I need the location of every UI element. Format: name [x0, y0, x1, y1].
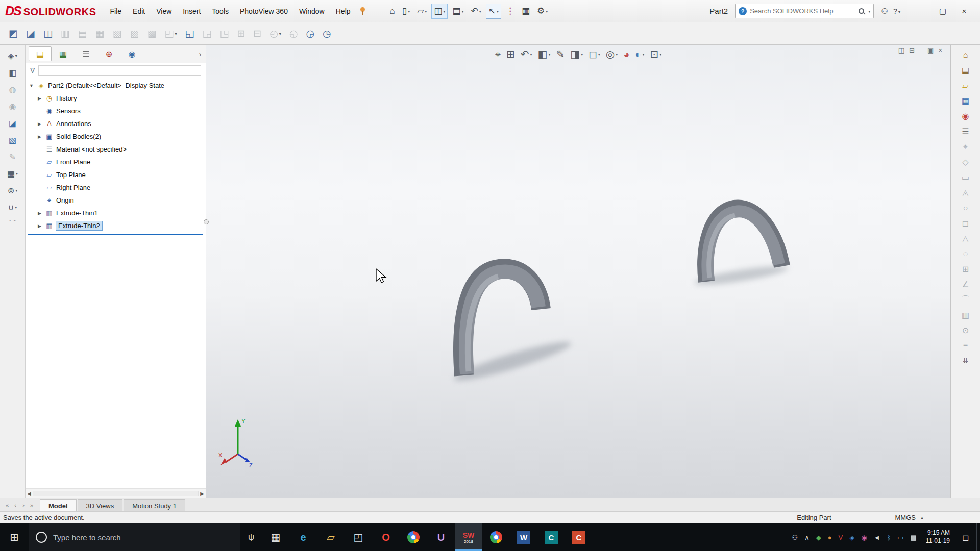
open-button[interactable]: ▱ [414, 4, 429, 19]
search-dropdown-caret-icon[interactable] [867, 7, 870, 16]
expand-arrow-icon[interactable]: ▶ [37, 96, 42, 101]
tray-blue-icon[interactable]: ◈ [849, 534, 854, 541]
dropdown-caret-icon[interactable] [15, 169, 18, 178]
filter-frames-icon[interactable]: ◻ [957, 216, 974, 230]
app-icon-word[interactable]: W [510, 523, 537, 551]
app-icon-opera[interactable]: O [372, 523, 400, 551]
left-tool-spring-icon[interactable]: ∪ [4, 201, 21, 214]
expand-arrow-icon[interactable]: ▶ [37, 211, 42, 216]
panel-splitter-handle[interactable] [204, 219, 209, 224]
task-pane-list-button[interactable]: ▦ [519, 4, 532, 19]
filter-axes-icon[interactable]: ◌ [957, 247, 974, 261]
scroll-right-icon[interactable]: ▶ [200, 491, 204, 496]
tree-item-right-plane[interactable]: ▱ Right Plane [26, 181, 206, 194]
new-document-button[interactable]: ▯ [400, 4, 412, 19]
select-tool-button[interactable]: ↖ [486, 4, 501, 19]
dropdown-caret-icon[interactable] [496, 7, 499, 16]
menu-item[interactable]: Tools [206, 4, 234, 19]
app-icon-code-teal[interactable]: C [537, 523, 565, 551]
tree-item-front-plane[interactable]: ▱ Front Plane [26, 156, 206, 168]
tray-shield-icon[interactable]: ◆ [816, 534, 821, 541]
menu-item[interactable]: Help [330, 4, 356, 19]
smart-dimension-button[interactable]: ◪ [23, 26, 38, 42]
dropdown-caret-icon[interactable] [14, 203, 17, 212]
home-button[interactable]: ⌂ [387, 4, 398, 19]
extruded-boss-button[interactable]: ▥ [58, 26, 72, 42]
stoplight-icon[interactable]: ⋮ [503, 4, 517, 19]
3d-views-tab[interactable]: 3D Views [78, 499, 123, 511]
start-button[interactable]: ⊞ [0, 523, 29, 551]
rib-button[interactable]: ◳ [217, 26, 231, 42]
extruded-cut-button[interactable]: ▨ [128, 26, 142, 42]
fillet-button[interactable]: ◱ [183, 26, 197, 42]
menu-item[interactable]: Edit [127, 4, 151, 19]
lofted-boss-button[interactable]: ▧ [110, 26, 125, 42]
tree-item-top-plane[interactable]: ▱ Top Plane [26, 168, 206, 181]
left-tool-appearance-icon[interactable]: ◍ [4, 83, 21, 96]
dropdown-caret-icon[interactable] [460, 7, 463, 16]
tree-filter-input[interactable] [38, 65, 201, 76]
expand-arrow-icon[interactable]: ▶ [37, 121, 42, 127]
tray-red-icon[interactable]: V [839, 534, 843, 541]
chamfer-button[interactable]: ◲ [200, 26, 214, 42]
units-caret-icon[interactable]: ▴ [921, 515, 923, 520]
tree-item-extrude-thin1[interactable]: ▶ ▦ Extrude-Thin1 [26, 207, 206, 219]
filter-centerline-icon[interactable]: ≡ [957, 339, 974, 353]
expand-arrow-icon[interactable]: ▼ [29, 83, 34, 88]
dropdown-caret-icon[interactable] [897, 7, 900, 15]
action-center-icon[interactable]: ◻ [955, 523, 976, 551]
panel-tabs-overflow-icon[interactable]: › [195, 50, 205, 58]
scroll-track[interactable] [33, 491, 199, 496]
filter-solid-bodies-icon[interactable]: ○ [957, 201, 974, 215]
expand-arrow-icon[interactable]: ▶ [37, 134, 42, 139]
hidden-icons-chevron[interactable]: ∧ [804, 534, 810, 541]
tab-nav-button[interactable]: › [19, 502, 28, 508]
tab-nav-button[interactable]: ‹ [11, 502, 19, 508]
model-tab[interactable]: Model [40, 499, 77, 511]
maximize-button[interactable]: ▢ [932, 4, 953, 19]
menu-item[interactable]: View [151, 4, 177, 19]
tree-item-annotations[interactable]: ▶ A Annotations [26, 117, 206, 130]
dimxpertmanager-tab[interactable]: ⊕ [97, 46, 120, 61]
filter-vertices-icon[interactable]: ⌖ [957, 140, 974, 154]
app-icon-store[interactable]: ◰ [345, 523, 372, 551]
mirror-button[interactable]: ◵ [287, 26, 301, 42]
show-desktop-button[interactable] [976, 523, 980, 551]
filter-datums-icon[interactable]: △ [957, 232, 974, 245]
app-icon-u[interactable]: U [427, 523, 455, 551]
rollback-bar[interactable] [28, 234, 203, 235]
filter-faces-icon[interactable]: ▭ [957, 170, 974, 184]
tree-item-origin[interactable]: ⌖ Origin [26, 194, 206, 207]
tray-orange-icon[interactable]: ● [828, 534, 832, 541]
app-icon-solidworks-2018[interactable]: SW 2018 [455, 523, 482, 551]
app-icon-edge[interactable]: e [289, 523, 317, 551]
print-button[interactable]: ▤ [450, 4, 466, 19]
help-search-input[interactable] [750, 7, 855, 15]
undo-button[interactable]: ↶ [468, 4, 483, 19]
people-icon[interactable]: ⚇ [792, 534, 798, 541]
left-tool-part-icon[interactable]: ◧ [4, 66, 21, 79]
task-pane-more-icon[interactable]: ⇊ [963, 357, 968, 364]
close-button[interactable]: × [953, 4, 975, 19]
tree-item-solid-bodies[interactable]: ▶ ▣ Solid Bodies(2) [26, 130, 206, 143]
task-pane-file-explorer-tab[interactable]: ▱ [957, 79, 974, 92]
help-button[interactable]: ? [893, 7, 900, 15]
units-label[interactable]: MMGS [895, 514, 916, 521]
filter-midpoints-icon[interactable]: ▥ [957, 308, 974, 322]
pin-icon[interactable] [360, 7, 365, 12]
graphics-area[interactable]: ⌖ ⊞ ↶ ◧ ✎ [206, 45, 950, 498]
dropdown-caret-icon[interactable] [407, 7, 410, 16]
scroll-left-icon[interactable]: ◀ [27, 491, 31, 496]
dropdown-caret-icon[interactable] [478, 7, 481, 16]
app-icon-file-explorer[interactable]: ▱ [317, 523, 345, 551]
filter-sketch-segments-icon[interactable]: ⌒ [957, 293, 974, 307]
dropdown-caret-icon[interactable] [14, 186, 17, 195]
minimize-button[interactable]: – [911, 4, 932, 19]
revolved-boss-button[interactable]: ▤ [76, 26, 90, 42]
dropdown-caret-icon[interactable] [545, 7, 548, 16]
tab-nav-button[interactable]: « [3, 502, 11, 508]
taskbar-clock[interactable]: 9:15 AM 11-01-19 [921, 523, 955, 551]
user-icon[interactable]: ⚇ [881, 7, 888, 16]
sketch-button[interactable]: ◩ [6, 26, 20, 42]
filter-planes-icon[interactable]: ⊞ [957, 262, 974, 276]
